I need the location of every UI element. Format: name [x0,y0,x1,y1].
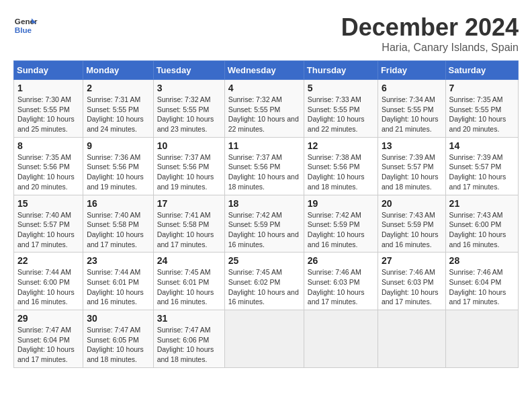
table-row: 17 Sunrise: 7:41 AMSunset: 5:58 PMDaylig… [153,195,224,253]
day-number: 14 [449,140,515,151]
table-row: 6 Sunrise: 7:34 AMSunset: 5:55 PMDayligh… [378,80,445,138]
table-row: 7 Sunrise: 7:35 AMSunset: 5:55 PMDayligh… [445,80,518,138]
day-number: 6 [382,83,442,93]
cell-info: Sunrise: 7:45 AMSunset: 6:01 PMDaylight:… [157,268,214,306]
day-number: 29 [17,313,79,324]
cell-info: Sunrise: 7:43 AMSunset: 6:00 PMDaylight:… [449,211,506,248]
month-title: December 2024 [341,13,519,42]
table-row [445,310,518,368]
cell-info: Sunrise: 7:35 AMSunset: 5:56 PMDaylight:… [17,153,75,191]
col-sunday: Sunday [14,61,83,80]
cell-info: Sunrise: 7:30 AMSunset: 5:55 PMDaylight:… [17,95,75,133]
col-saturday: Saturday [445,61,518,80]
cell-info: Sunrise: 7:32 AMSunset: 5:55 PMDaylight:… [157,95,214,133]
cell-info: Sunrise: 7:46 AMSunset: 6:03 PMDaylight:… [382,268,439,306]
cell-info: Sunrise: 7:43 AMSunset: 5:59 PMDaylight:… [382,211,439,248]
table-row: 21 Sunrise: 7:43 AMSunset: 6:00 PMDaylig… [445,195,518,253]
cell-info: Sunrise: 7:42 AMSunset: 5:59 PMDaylight:… [308,211,365,248]
svg-text:Blue: Blue [15,26,32,34]
day-number: 15 [17,198,79,209]
table-row [378,310,445,368]
table-row: 3 Sunrise: 7:32 AMSunset: 5:55 PMDayligh… [153,80,224,138]
table-row: 29 Sunrise: 7:47 AMSunset: 6:04 PMDaylig… [14,310,83,368]
cell-info: Sunrise: 7:40 AMSunset: 5:58 PMDaylight:… [87,211,144,248]
cell-info: Sunrise: 7:47 AMSunset: 6:04 PMDaylight:… [17,326,75,363]
table-row: 10 Sunrise: 7:37 AMSunset: 5:56 PMDaylig… [153,137,224,195]
cell-info: Sunrise: 7:34 AMSunset: 5:55 PMDaylight:… [382,95,439,133]
table-row: 31 Sunrise: 7:47 AMSunset: 6:06 PMDaylig… [153,310,224,368]
col-wednesday: Wednesday [224,61,304,80]
table-row: 14 Sunrise: 7:39 AMSunset: 5:57 PMDaylig… [445,137,518,195]
day-number: 12 [308,140,374,151]
table-row: 13 Sunrise: 7:39 AMSunset: 5:57 PMDaylig… [378,137,445,195]
col-tuesday: Tuesday [153,61,224,80]
day-number: 3 [157,83,221,93]
day-number: 22 [17,255,79,266]
table-row: 24 Sunrise: 7:45 AMSunset: 6:01 PMDaylig… [153,253,224,310]
day-number: 18 [228,198,300,209]
calendar-body: 1 Sunrise: 7:30 AMSunset: 5:55 PMDayligh… [14,80,519,368]
table-row: 15 Sunrise: 7:40 AMSunset: 5:57 PMDaylig… [14,195,83,253]
day-number: 7 [449,83,515,93]
table-row: 22 Sunrise: 7:44 AMSunset: 6:00 PMDaylig… [14,253,83,310]
day-number: 1 [17,83,79,93]
logo: General Blue [13,13,38,38]
cell-info: Sunrise: 7:39 AMSunset: 5:57 PMDaylight:… [382,153,439,191]
day-number: 25 [228,255,300,266]
table-row [304,310,378,368]
cell-info: Sunrise: 7:47 AMSunset: 6:05 PMDaylight:… [87,326,144,363]
table-row: 23 Sunrise: 7:44 AMSunset: 6:01 PMDaylig… [83,253,153,310]
table-row: 18 Sunrise: 7:42 AMSunset: 5:59 PMDaylig… [224,195,304,253]
day-number: 28 [449,255,515,266]
cell-info: Sunrise: 7:42 AMSunset: 5:59 PMDaylight:… [228,211,299,248]
table-row: 19 Sunrise: 7:42 AMSunset: 5:59 PMDaylig… [304,195,378,253]
table-row: 4 Sunrise: 7:32 AMSunset: 5:55 PMDayligh… [224,80,304,138]
table-row: 9 Sunrise: 7:36 AMSunset: 5:56 PMDayligh… [83,137,153,195]
cell-info: Sunrise: 7:37 AMSunset: 5:56 PMDaylight:… [157,153,214,191]
cell-info: Sunrise: 7:36 AMSunset: 5:56 PMDaylight:… [87,153,144,191]
cell-info: Sunrise: 7:40 AMSunset: 5:57 PMDaylight:… [17,211,75,248]
cell-info: Sunrise: 7:37 AMSunset: 5:56 PMDaylight:… [228,153,299,191]
day-number: 4 [228,83,300,93]
day-number: 30 [87,313,149,324]
day-number: 5 [308,83,374,93]
day-number: 16 [87,198,149,209]
table-row: 20 Sunrise: 7:43 AMSunset: 5:59 PMDaylig… [378,195,445,253]
table-row: 28 Sunrise: 7:46 AMSunset: 6:04 PMDaylig… [445,253,518,310]
cell-info: Sunrise: 7:41 AMSunset: 5:58 PMDaylight:… [157,211,214,248]
day-number: 11 [228,140,300,151]
day-number: 8 [17,140,79,151]
day-number: 23 [87,255,149,266]
day-number: 9 [87,140,149,151]
day-number: 19 [308,198,374,209]
table-row: 16 Sunrise: 7:40 AMSunset: 5:58 PMDaylig… [83,195,153,253]
table-row: 25 Sunrise: 7:45 AMSunset: 6:02 PMDaylig… [224,253,304,310]
logo-icon: General Blue [13,13,38,38]
title-area: December 2024 Haria, Canary Islands, Spa… [341,13,519,54]
day-number: 17 [157,198,221,209]
day-number: 27 [382,255,442,266]
cell-info: Sunrise: 7:32 AMSunset: 5:55 PMDaylight:… [228,95,299,133]
col-friday: Friday [378,61,445,80]
day-number: 2 [87,83,149,93]
table-row: 27 Sunrise: 7:46 AMSunset: 6:03 PMDaylig… [378,253,445,310]
cell-info: Sunrise: 7:47 AMSunset: 6:06 PMDaylight:… [157,326,214,363]
cell-info: Sunrise: 7:38 AMSunset: 5:56 PMDaylight:… [308,153,365,191]
day-number: 10 [157,140,221,151]
table-row: 12 Sunrise: 7:38 AMSunset: 5:56 PMDaylig… [304,137,378,195]
table-row: 11 Sunrise: 7:37 AMSunset: 5:56 PMDaylig… [224,137,304,195]
table-row: 30 Sunrise: 7:47 AMSunset: 6:05 PMDaylig… [83,310,153,368]
calendar-header: Sunday Monday Tuesday Wednesday Thursday… [14,61,519,80]
day-number: 24 [157,255,221,266]
cell-info: Sunrise: 7:44 AMSunset: 6:00 PMDaylight:… [17,268,75,306]
location-subtitle: Haria, Canary Islands, Spain [341,42,519,54]
cell-info: Sunrise: 7:35 AMSunset: 5:55 PMDaylight:… [449,95,506,133]
table-row: 26 Sunrise: 7:46 AMSunset: 6:03 PMDaylig… [304,253,378,310]
cell-info: Sunrise: 7:33 AMSunset: 5:55 PMDaylight:… [308,95,365,133]
table-row [224,310,304,368]
table-row: 8 Sunrise: 7:35 AMSunset: 5:56 PMDayligh… [14,137,83,195]
day-number: 31 [157,313,221,324]
cell-info: Sunrise: 7:44 AMSunset: 6:01 PMDaylight:… [87,268,144,306]
cell-info: Sunrise: 7:45 AMSunset: 6:02 PMDaylight:… [228,268,299,306]
col-monday: Monday [83,61,153,80]
